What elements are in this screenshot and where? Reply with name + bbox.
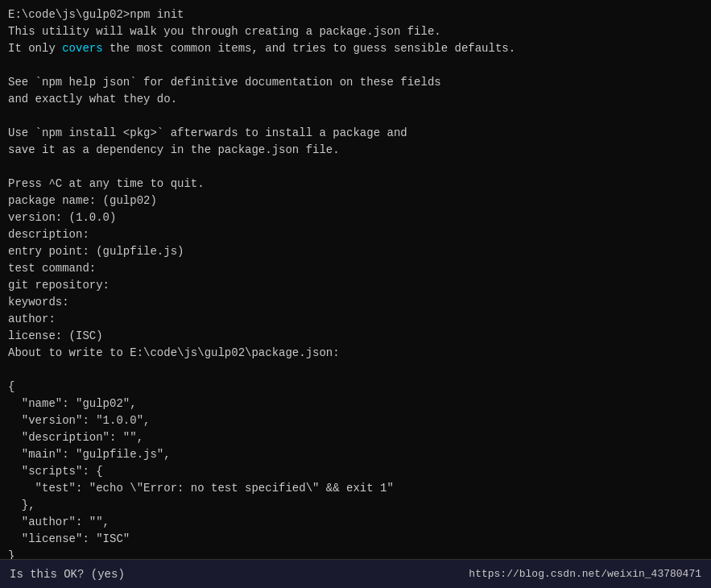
json-scripts-test: "test": "echo \"Error: no test specified…	[8, 480, 703, 497]
line-2: This utility will walk you through creat…	[8, 23, 703, 40]
footer-url: https://blog.csdn.net/weixin_43780471	[469, 568, 701, 580]
json-open-brace: {	[8, 379, 703, 395]
json-license: "license": "ISC"	[8, 531, 703, 548]
line-15: keywords:	[8, 294, 703, 311]
line-18: About to write to E:\code\js\gulp02\pack…	[8, 345, 703, 362]
line-16: author:	[8, 311, 703, 328]
empty-3	[8, 159, 703, 176]
line-14: git repository:	[8, 277, 703, 294]
json-scripts-open: "scripts": {	[8, 463, 703, 480]
empty-2	[8, 108, 703, 125]
json-author: "author": "",	[8, 514, 703, 531]
terminal-content: E:\code\js\gulp02>npm init This utility …	[8, 6, 703, 582]
line-1: E:\code\js\gulp02>npm init	[8, 6, 703, 23]
empty-1	[8, 57, 703, 74]
highlight-covers: covers	[62, 42, 102, 55]
json-version: "version": "1.0.0",	[8, 412, 703, 429]
json-main: "main": "gulpfile.js",	[8, 446, 703, 463]
line-13: test command:	[8, 260, 703, 277]
footer-bar: Is this OK? (yes) https://blog.csdn.net/…	[0, 559, 711, 588]
empty-4	[8, 362, 703, 379]
line-6: Use `npm install <pkg>` afterwards to in…	[8, 125, 703, 142]
json-name: "name": "gulp02",	[8, 395, 703, 412]
line-8: Press ^C at any time to quit.	[8, 176, 703, 193]
json-scripts-close: },	[8, 497, 703, 514]
json-description: "description": "",	[8, 429, 703, 446]
line-9: package name: (gulp02)	[8, 193, 703, 209]
line-5: and exactly what they do.	[8, 91, 703, 108]
line-12: entry point: (gulpfile.js)	[8, 243, 703, 260]
line-4: See `npm help json` for definitive docum…	[8, 74, 703, 91]
terminal-window: E:\code\js\gulp02>npm init This utility …	[0, 0, 711, 588]
line-17: license: (ISC)	[8, 328, 703, 345]
line-7: save it as a dependency in the package.j…	[8, 142, 703, 159]
footer-prompt[interactable]: Is this OK? (yes)	[10, 568, 125, 581]
line-11: description:	[8, 226, 703, 243]
line-10: version: (1.0.0)	[8, 209, 703, 226]
line-3: It only covers the most common items, an…	[8, 40, 703, 57]
